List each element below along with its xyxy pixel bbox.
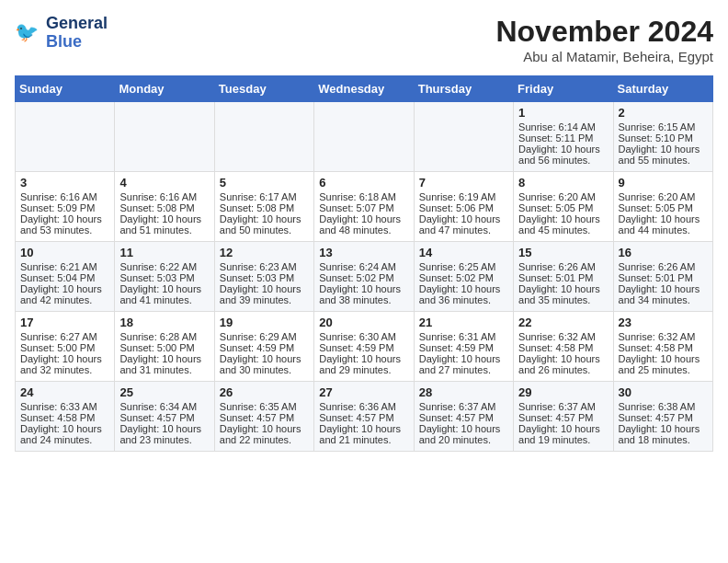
calendar-cell: 16Sunrise: 6:26 AMSunset: 5:01 PMDayligh… — [613, 242, 712, 312]
calendar-cell: 28Sunrise: 6:37 AMSunset: 4:57 PMDayligh… — [414, 382, 513, 452]
day-number: 6 — [319, 176, 408, 190]
sunrise: Sunrise: 6:30 AM — [319, 331, 396, 342]
sunset: Sunset: 5:10 PM — [619, 132, 693, 144]
day-number: 19 — [220, 316, 309, 329]
day-number: 20 — [319, 316, 408, 329]
calendar-cell: 18Sunrise: 6:28 AMSunset: 5:00 PMDayligh… — [115, 312, 214, 382]
daylight: Daylight: 10 hours and 51 minutes. — [119, 213, 201, 236]
sunset: Sunset: 5:00 PM — [119, 342, 194, 353]
daylight: Daylight: 10 hours and 42 minutes. — [20, 283, 102, 305]
calendar-cell: 10Sunrise: 6:21 AMSunset: 5:04 PMDayligh… — [16, 242, 115, 312]
daylight: Daylight: 10 hours and 24 minutes. — [20, 423, 102, 445]
header-row: SundayMondayTuesdayWednesdayThursdayFrid… — [16, 76, 713, 102]
calendar-header: SundayMondayTuesdayWednesdayThursdayFrid… — [16, 76, 713, 102]
day-number: 17 — [20, 316, 109, 329]
daylight: Daylight: 10 hours and 27 minutes. — [419, 353, 501, 375]
sunrise: Sunrise: 6:20 AM — [518, 191, 596, 202]
sunrise: Sunrise: 6:37 AM — [419, 401, 496, 412]
daylight: Daylight: 10 hours and 53 minutes. — [20, 213, 102, 236]
daylight: Daylight: 10 hours and 19 minutes. — [518, 423, 600, 445]
calendar-body: 1Sunrise: 6:14 AMSunset: 5:11 PMDaylight… — [16, 102, 713, 452]
daylight: Daylight: 10 hours and 50 minutes. — [220, 213, 301, 236]
calendar-cell — [314, 102, 414, 172]
calendar-cell: 20Sunrise: 6:30 AMSunset: 4:59 PMDayligh… — [314, 312, 414, 382]
header-day-saturday: Saturday — [613, 76, 712, 102]
week-row-4: 17Sunrise: 6:27 AMSunset: 5:00 PMDayligh… — [16, 312, 713, 382]
sunset: Sunset: 5:05 PM — [619, 202, 693, 213]
calendar-cell: 22Sunrise: 6:32 AMSunset: 4:58 PMDayligh… — [514, 312, 613, 382]
daylight: Daylight: 10 hours and 18 minutes. — [619, 423, 700, 445]
sunset: Sunset: 5:01 PM — [619, 272, 693, 283]
calendar-cell: 8Sunrise: 6:20 AMSunset: 5:05 PMDaylight… — [514, 172, 613, 242]
logo: 🐦 General Blue — [15, 15, 108, 52]
calendar-cell: 5Sunrise: 6:17 AMSunset: 5:08 PMDaylight… — [214, 172, 313, 242]
sunrise: Sunrise: 6:31 AM — [419, 331, 496, 342]
sunset: Sunset: 4:57 PM — [619, 412, 693, 423]
calendar-cell: 9Sunrise: 6:20 AMSunset: 5:05 PMDaylight… — [613, 172, 712, 242]
calendar-cell: 17Sunrise: 6:27 AMSunset: 5:00 PMDayligh… — [16, 312, 115, 382]
day-number: 30 — [619, 385, 708, 399]
header-day-sunday: Sunday — [16, 76, 115, 102]
day-number: 27 — [319, 385, 408, 399]
calendar-cell — [16, 102, 115, 172]
sunrise: Sunrise: 6:32 AM — [518, 331, 596, 342]
sunset: Sunset: 5:01 PM — [518, 272, 593, 283]
day-number: 13 — [319, 246, 408, 259]
page-header: 🐦 General Blue November 2024 Abu al Mata… — [15, 15, 713, 64]
daylight: Daylight: 10 hours and 35 minutes. — [518, 283, 600, 305]
week-row-5: 24Sunrise: 6:33 AMSunset: 4:58 PMDayligh… — [16, 382, 713, 452]
sunset: Sunset: 5:02 PM — [419, 272, 494, 283]
calendar-cell — [115, 102, 214, 172]
calendar-cell: 21Sunrise: 6:31 AMSunset: 4:59 PMDayligh… — [414, 312, 513, 382]
day-number: 25 — [119, 385, 209, 399]
sunrise: Sunrise: 6:38 AM — [619, 401, 696, 412]
calendar-cell: 3Sunrise: 6:16 AMSunset: 5:09 PMDaylight… — [16, 172, 115, 242]
day-number: 8 — [518, 176, 608, 190]
day-number: 9 — [619, 176, 708, 190]
sunset: Sunset: 4:57 PM — [319, 412, 393, 423]
calendar-cell: 6Sunrise: 6:18 AMSunset: 5:07 PMDaylight… — [314, 172, 414, 242]
sunset: Sunset: 4:58 PM — [518, 342, 593, 353]
calendar-cell: 2Sunrise: 6:15 AMSunset: 5:10 PMDaylight… — [613, 102, 712, 172]
logo-text: General Blue — [46, 15, 108, 52]
day-number: 21 — [419, 316, 508, 329]
sunrise: Sunrise: 6:21 AM — [20, 261, 97, 272]
calendar-cell: 27Sunrise: 6:36 AMSunset: 4:57 PMDayligh… — [314, 382, 414, 452]
daylight: Daylight: 10 hours and 31 minutes. — [119, 353, 201, 375]
sunrise: Sunrise: 6:15 AM — [619, 121, 696, 132]
day-number: 22 — [518, 316, 608, 329]
sunrise: Sunrise: 6:26 AM — [619, 261, 696, 272]
sunset: Sunset: 4:57 PM — [419, 412, 494, 423]
sunset: Sunset: 4:57 PM — [119, 412, 194, 423]
daylight: Daylight: 10 hours and 38 minutes. — [319, 283, 401, 305]
daylight: Daylight: 10 hours and 26 minutes. — [518, 353, 600, 375]
sunset: Sunset: 5:08 PM — [119, 202, 194, 213]
sunrise: Sunrise: 6:16 AM — [119, 191, 197, 202]
calendar-cell: 29Sunrise: 6:37 AMSunset: 4:57 PMDayligh… — [514, 382, 613, 452]
day-number: 29 — [518, 385, 608, 399]
daylight: Daylight: 10 hours and 44 minutes. — [619, 213, 700, 236]
day-number: 1 — [518, 106, 608, 120]
day-number: 26 — [220, 385, 309, 399]
sunrise: Sunrise: 6:33 AM — [20, 401, 97, 412]
sunset: Sunset: 5:05 PM — [518, 202, 593, 213]
daylight: Daylight: 10 hours and 55 minutes. — [619, 144, 700, 166]
daylight: Daylight: 10 hours and 48 minutes. — [319, 213, 401, 236]
sunrise: Sunrise: 6:22 AM — [119, 261, 197, 272]
sunset: Sunset: 4:59 PM — [419, 342, 494, 353]
logo-icon: 🐦 — [15, 19, 42, 47]
calendar-table: SundayMondayTuesdayWednesdayThursdayFrid… — [15, 75, 713, 452]
sunset: Sunset: 4:57 PM — [220, 412, 294, 423]
daylight: Daylight: 10 hours and 29 minutes. — [319, 353, 401, 375]
day-number: 12 — [220, 246, 309, 259]
week-row-3: 10Sunrise: 6:21 AMSunset: 5:04 PMDayligh… — [16, 242, 713, 312]
calendar-cell: 26Sunrise: 6:35 AMSunset: 4:57 PMDayligh… — [214, 382, 313, 452]
sunrise: Sunrise: 6:20 AM — [619, 191, 696, 202]
day-number: 7 — [419, 176, 508, 190]
calendar-cell: 11Sunrise: 6:22 AMSunset: 5:03 PMDayligh… — [115, 242, 214, 312]
sunset: Sunset: 5:03 PM — [220, 272, 294, 283]
day-number: 14 — [419, 246, 508, 259]
sunset: Sunset: 5:06 PM — [419, 202, 494, 213]
sunset: Sunset: 4:57 PM — [518, 412, 593, 423]
daylight: Daylight: 10 hours and 36 minutes. — [419, 283, 501, 305]
